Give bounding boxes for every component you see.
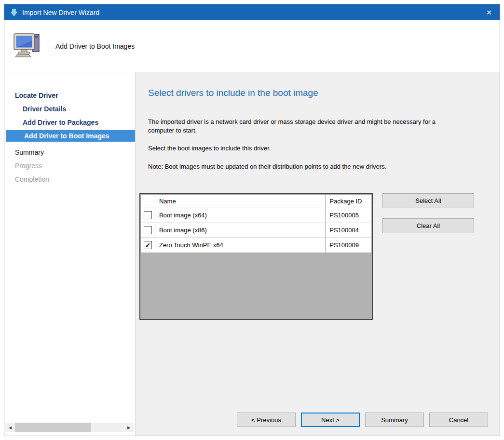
wizard-header: Add Driver to Boot Images (4, 20, 500, 72)
note-text: Note: Boot images must be updated on the… (148, 162, 437, 171)
sidebar-item-add-driver-to-boot-images[interactable]: Add Driver to Boot Images (6, 130, 135, 142)
cancel-button[interactable]: Cancel (429, 413, 488, 427)
boot-images-table: Name Package ID Boot image (x64) PS10000… (139, 193, 373, 320)
row-checkbox[interactable]: ✓ (144, 241, 152, 249)
computer-icon (13, 33, 42, 60)
next-button[interactable]: Next > (301, 413, 360, 427)
row-package-id: PS100009 (326, 238, 372, 253)
main-panel: Select drivers to include in the boot im… (136, 72, 500, 436)
sidebar-item-completion: Completion (4, 173, 135, 185)
table-row[interactable]: ✓ Zero Touch WinPE x64 PS100009 (141, 238, 372, 253)
checkbox-column-header (141, 194, 155, 208)
name-column-header: Name (155, 194, 325, 208)
package-id-column-header: Package ID (326, 194, 372, 208)
close-icon[interactable]: × (478, 4, 500, 20)
window-title: Import New Driver Wizard (22, 9, 99, 16)
row-name: Boot image (x86) (155, 223, 325, 238)
scrollbar-thumb[interactable] (15, 423, 91, 432)
summary-button[interactable]: Summary (365, 413, 424, 427)
previous-button[interactable]: < Previous (237, 413, 296, 427)
row-checkbox[interactable] (144, 211, 152, 219)
wizard-window: Import New Driver Wizard × Add Driver to… (4, 4, 500, 436)
wizard-steps-sidebar: Locate Driver Driver Details Add Driver … (4, 72, 136, 436)
selection-buttons: Select All Clear All (382, 193, 474, 320)
scrollbar-track[interactable] (91, 423, 124, 432)
title-bar: Import New Driver Wizard × (4, 4, 500, 20)
sidebar-item-driver-details[interactable]: Driver Details (4, 103, 135, 115)
sidebar-item-locate-driver[interactable]: Locate Driver (4, 90, 135, 101)
sidebar-item-summary: Summary (4, 147, 135, 158)
scroll-left-icon[interactable]: ◀ (5, 423, 15, 432)
table-row[interactable]: Boot image (x64) PS100005 (141, 208, 372, 223)
horizontal-scrollbar[interactable]: ◀ ▶ (5, 423, 134, 432)
page-title: Select drivers to include in the boot im… (148, 88, 492, 98)
instruction-text: Select the boot images to include this d… (148, 144, 437, 153)
sidebar-item-progress: Progress (4, 160, 135, 172)
main-content: Select drivers to include in the boot im… (136, 72, 500, 407)
table-row[interactable]: Boot image (x86) PS100004 (141, 223, 372, 238)
wizard-footer: < Previous Next > Summary Cancel (139, 407, 488, 436)
row-package-id: PS100004 (326, 223, 372, 238)
description-text: The imported driver is a network card dr… (148, 118, 437, 135)
clear-all-button[interactable]: Clear All (382, 218, 474, 233)
import-driver-icon (10, 9, 18, 16)
page-step-title: Add Driver to Boot Images (55, 42, 135, 50)
scroll-right-icon[interactable]: ▶ (124, 423, 134, 432)
row-checkbox[interactable] (144, 226, 152, 234)
table-header-row: Name Package ID (141, 194, 372, 208)
select-all-button[interactable]: Select All (382, 193, 474, 208)
row-package-id: PS100005 (326, 208, 372, 223)
sidebar-item-add-driver-to-packages[interactable]: Add Driver to Packages (4, 117, 135, 128)
row-name: Zero Touch WinPE x64 (155, 238, 325, 253)
row-name: Boot image (x64) (155, 208, 325, 223)
